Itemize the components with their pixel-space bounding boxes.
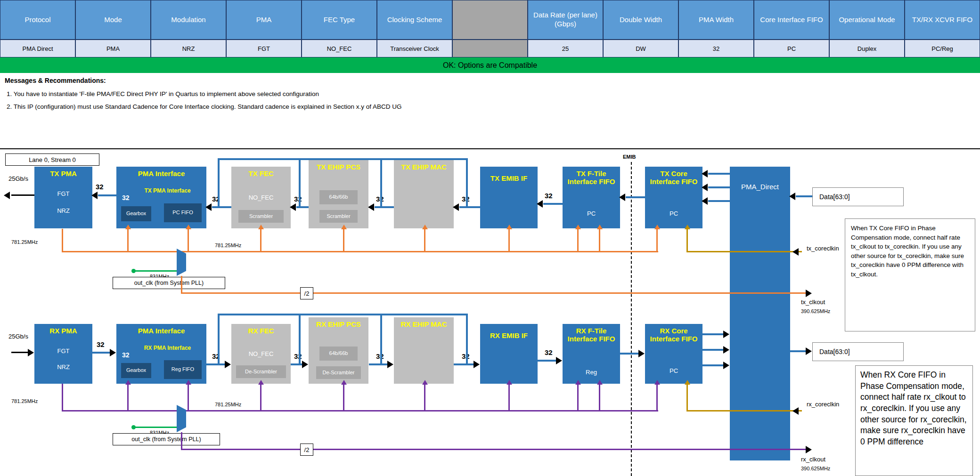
rx-ftile-fifo-block: RX F-Tile Interface FIFO Reg: [563, 324, 620, 384]
header-pma-width: PMA Width: [678, 0, 754, 40]
tx-note-box: When TX Core FIFO in Phase Compensation …: [845, 218, 975, 331]
screen: Protocol PMA Direct Mode PMA Modulation …: [0, 0, 980, 476]
rx-ehip-mac-block: RX EHIP MAC: [394, 317, 454, 384]
rx-ehip-mac-title: RX EHIP MAC: [394, 317, 454, 328]
rx-core-arrowhead-icon: [723, 331, 729, 338]
header-double-width: Double Width: [603, 0, 678, 40]
tx-core-fifo-mode: PC: [645, 210, 702, 217]
cell-data-rate[interactable]: 25: [528, 40, 603, 57]
rx-serial-arrowhead-icon: [28, 349, 34, 356]
rx-pll-line: [134, 427, 178, 428]
cell-mode[interactable]: PMA: [75, 40, 151, 57]
tx-bus-line: [626, 196, 645, 198]
rx-pcs-descrambler-subblock: De-Scrambler: [316, 366, 361, 379]
rx-note-box: When RX Core FIFO in Phase Compensation …: [855, 365, 973, 476]
header-protocol: Protocol: [0, 0, 75, 40]
tx-data-bus-line: [796, 195, 812, 197]
tx-clock-stub: [599, 229, 600, 252]
rx-core-arrowhead-icon: [723, 346, 729, 354]
tx-clock-arrowhead-icon: [654, 225, 660, 229]
tx-pma-title: TX PMA: [34, 167, 92, 177]
rx-data-box: Data[63:0]: [812, 342, 904, 361]
rx-coreclkin-line: [686, 410, 802, 411]
tx-clock-arrowhead-icon: [597, 225, 603, 229]
section-divider: [0, 148, 980, 149]
rx-bus-width-label: 32: [294, 352, 302, 360]
tx-bus-arrowhead-icon: [453, 203, 459, 211]
message-1: 1. You have to instantiate 'F-tile PMA/F…: [7, 90, 319, 97]
tx-pc-fifo-subblock: PC FIFO: [164, 203, 202, 222]
rx-bypass-drop: [380, 314, 382, 365]
tx-clock-stub: [508, 229, 510, 252]
rx-gearbox-subblock: Gearbox: [121, 363, 151, 378]
rx-clkout-line: [313, 449, 807, 450]
tx-pma-interface-title: PMA Interface: [116, 167, 206, 177]
rx-ftile-fifo-title: RX F-Tile Interface FIFO: [563, 324, 620, 343]
column-pma-width: PMA Width 32: [678, 0, 754, 57]
rx-bypass-drop: [466, 314, 468, 365]
rx-coreclkin-arrowhead-icon: [685, 380, 690, 385]
tx-pma-nrz: NRZ: [34, 207, 92, 214]
tx-div-feed-line: [181, 292, 300, 294]
cell-pma-width[interactable]: 32: [678, 40, 754, 57]
rx-clock-stub: [127, 385, 129, 411]
rx-bus-width-label: 32: [545, 348, 553, 356]
header-mode: Mode: [75, 0, 151, 40]
tx-clock-freq-label: 781.25MHz: [11, 239, 38, 245]
tx-coreclkin-stub: [686, 229, 688, 252]
rx-core-bus-line: [702, 333, 724, 335]
tx-clock-stub: [424, 229, 425, 252]
rx-reg-fifo-subblock: Reg FIFO: [164, 360, 202, 379]
rx-pma-interface-width: 32: [122, 351, 130, 359]
rx-bus-line: [92, 352, 111, 354]
tx-clock-arrowhead-icon: [341, 225, 347, 229]
tx-clkout-line: [313, 292, 807, 294]
rx-data-label: Data[63:0]: [819, 348, 850, 355]
emib-label: EMIB: [623, 154, 636, 160]
tx-fec-block: TX FEC NO_FEC Scrambler: [231, 167, 291, 228]
tx-bus-line: [459, 206, 480, 208]
column-blank: [452, 0, 528, 57]
column-data-rate: Data Rate (per lane) (Gbps) 25: [528, 0, 603, 57]
tx-pma-fgt: FGT: [34, 190, 92, 197]
rx-coreclkin-port-icon: [792, 407, 799, 415]
cell-pma[interactable]: FGT: [226, 40, 302, 57]
tx-bus-line: [212, 206, 231, 208]
tx-clock-arrowhead-icon: [422, 225, 428, 229]
rx-ehip-pcs-block: RX EHIP PCS 64b/66b De-Scrambler: [309, 317, 368, 384]
rx-clock-arrowhead-icon: [422, 380, 428, 385]
header-data-rate: Data Rate (per lane) (Gbps): [528, 0, 603, 40]
tx-bus-arrowhead-icon: [91, 192, 98, 199]
tx-ehip-mac-block: TX EHIP MAC: [394, 160, 454, 228]
header-fec-type: FEC Type: [302, 0, 377, 40]
cell-protocol[interactable]: PMA Direct: [0, 40, 75, 57]
cell-double-width[interactable]: DW: [603, 40, 678, 57]
tx-bus-arrowhead-icon: [619, 194, 625, 201]
lane-stream-label-box: Lane 0, Stream 0: [5, 153, 99, 166]
tx-clock-mux: [177, 249, 186, 276]
rx-fec-mode: NO_FEC: [231, 350, 291, 357]
tx-clkout-arrowhead-icon: [806, 290, 812, 297]
rx-divider-box: /2: [300, 444, 313, 456]
cell-fec-type[interactable]: NO_FEC: [302, 40, 377, 57]
header-clocking-scheme: Clocking Scheme: [377, 0, 452, 40]
rx-bus-line: [538, 360, 557, 362]
cell-modulation[interactable]: NRZ: [151, 40, 226, 57]
header-pma: PMA: [226, 0, 302, 40]
rx-div-feed-line: [181, 432, 182, 450]
rx-clock-stub: [599, 385, 600, 411]
tx-bus-width-label: 32: [96, 183, 104, 191]
cell-txrx-xcvr-fifo[interactable]: PC/Reg: [905, 40, 980, 57]
cell-operational-mode[interactable]: Duplex: [829, 40, 905, 57]
tx-bus-line: [543, 203, 563, 205]
rx-clkout-label: rx_clkout: [801, 456, 825, 463]
column-core-interface-fifo: Core Interface FIFO PC: [754, 0, 829, 57]
rx-bus-line: [620, 353, 639, 355]
tx-ehip-mac-title: TX EHIP MAC: [394, 160, 454, 171]
tx-clock-arrowhead-icon: [258, 225, 264, 229]
cell-core-interface-fifo[interactable]: PC: [754, 40, 829, 57]
cell-clocking-scheme[interactable]: Transceiver Clock: [377, 40, 452, 57]
tx-bus-width-label: 32: [294, 195, 302, 203]
tx-coreclkin-line: [686, 251, 802, 252]
rx-rate-label: 25Gb/s: [8, 333, 28, 340]
